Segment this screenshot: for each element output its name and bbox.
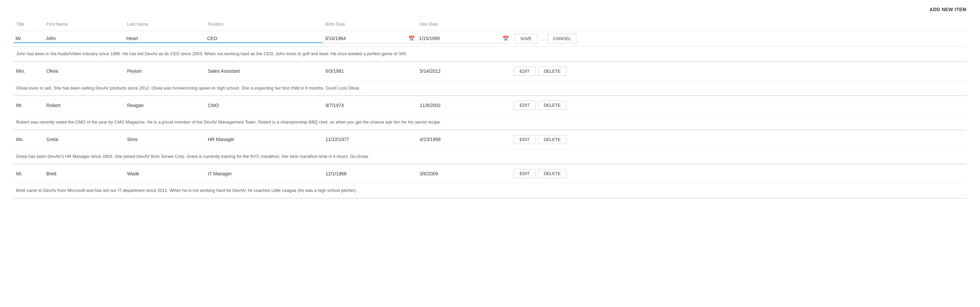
cancel-button[interactable]: CANCEL <box>547 34 577 43</box>
notes-row: Greta has been DevAV's HR Manager since … <box>13 149 967 164</box>
header-hire-date: Hire Date <box>417 20 511 28</box>
record-block: Mrs.OliviaPeytonSales Assistant6/3/19815… <box>13 62 967 96</box>
edit-position-cell[interactable] <box>205 34 323 43</box>
birth-date-cell: 11/22/1977 <box>323 135 417 143</box>
hire-date-cell: 11/8/2002 <box>417 101 511 109</box>
action-separator: … <box>540 36 545 42</box>
records-container: Mrs.OliviaPeytonSales Assistant6/3/19815… <box>13 62 967 198</box>
hire-date-cell: 3/6/2009 <box>417 169 511 178</box>
last-name-cell: Reagan <box>124 101 205 109</box>
notes-row: Olivia loves to sell. She has been selli… <box>13 81 967 96</box>
edit-hire-date-cell[interactable]: 📅 <box>417 34 511 43</box>
add-new-item-button[interactable]: ADD NEW ITEM <box>929 7 967 12</box>
employee-table: Title First Name Last Name Position Birt… <box>13 18 967 198</box>
row-actions: EDITDELETE <box>511 65 967 77</box>
position-cell: IT Manager <box>205 169 323 178</box>
position-cell: Sales Assistant <box>205 67 323 75</box>
row-actions: EDITDELETE <box>511 134 967 146</box>
notes-row: Brett came to DevAv from Microsoft and h… <box>13 183 967 198</box>
edit-button[interactable]: EDIT <box>514 135 535 144</box>
header-birth-date: Birth Date <box>323 20 417 28</box>
title-input[interactable] <box>13 34 44 43</box>
hire-date-cell: 5/14/2012 <box>417 67 511 75</box>
edit-last-name-cell[interactable] <box>124 34 205 43</box>
title-cell: Mrs. <box>13 67 44 75</box>
table-header-row: Title First Name Last Name Position Birt… <box>13 18 967 31</box>
position-cell: CMO <box>205 101 323 109</box>
last-name-cell: Sims <box>124 135 205 143</box>
record-block: Mr.BrettWadeIT Manager12/1/19683/6/2009E… <box>13 164 967 198</box>
edit-row: 📅 📅 SAVE … CANCEL <box>13 31 967 46</box>
delete-button[interactable]: DELETE <box>538 169 567 178</box>
header-last-name: Last Name <box>124 20 205 28</box>
header-position: Position <box>205 20 323 28</box>
first-name-cell: Robert <box>44 101 124 109</box>
header-first-name: First Name <box>44 20 124 28</box>
delete-button[interactable]: DELETE <box>538 101 567 110</box>
last-name-cell: Peyton <box>124 67 205 75</box>
birth-date-cell: 9/7/1974 <box>323 101 417 109</box>
edit-notes-row: John has been in the Audio/Video industr… <box>13 46 967 62</box>
last-name-input[interactable] <box>124 34 205 43</box>
row-actions: EDITDELETE <box>511 99 967 111</box>
record-block: Ms.GretaSimsHR Manager11/22/19774/23/199… <box>13 130 967 165</box>
record-block: Mr.RobertReaganCMO9/7/197411/8/2002EDITD… <box>13 96 967 130</box>
birth-date-calendar-icon[interactable]: 📅 <box>408 35 415 42</box>
first-name-cell: Olivia <box>44 67 124 75</box>
edit-record-block: 📅 📅 SAVE … CANCEL John has been in the A… <box>13 31 967 62</box>
notes-row: Robert was recently voted the CMO of the… <box>13 115 967 130</box>
delete-button[interactable]: DELETE <box>538 135 567 144</box>
delete-button[interactable]: DELETE <box>538 67 567 76</box>
title-cell: Mr. <box>13 169 44 178</box>
header-actions <box>511 20 967 28</box>
edit-birth-date-cell[interactable]: 📅 <box>323 34 417 43</box>
hire-date-input[interactable] <box>419 36 503 41</box>
table-row: Ms.GretaSimsHR Manager11/22/19774/23/199… <box>13 130 967 149</box>
edit-notes-text: John has been in the Audio/Video industr… <box>16 51 407 56</box>
birth-date-cell: 6/3/1981 <box>323 67 417 75</box>
table-row: Mrs.OliviaPeytonSales Assistant6/3/19815… <box>13 62 967 81</box>
edit-row-actions: SAVE … CANCEL <box>511 34 967 43</box>
edit-first-name-cell[interactable] <box>44 34 124 43</box>
row-actions: EDITDELETE <box>511 168 967 179</box>
birth-date-input[interactable] <box>325 36 408 41</box>
edit-button[interactable]: EDIT <box>514 67 535 76</box>
edit-button[interactable]: EDIT <box>514 101 535 110</box>
last-name-cell: Wade <box>124 169 205 178</box>
table-row: Mr.BrettWadeIT Manager12/1/19683/6/2009E… <box>13 164 967 183</box>
title-cell: Ms. <box>13 135 44 143</box>
header-title: Title <box>13 20 44 28</box>
edit-button[interactable]: EDIT <box>514 169 535 178</box>
edit-title-cell[interactable] <box>13 34 44 43</box>
position-input[interactable] <box>205 34 323 43</box>
save-button[interactable]: SAVE <box>515 34 538 43</box>
first-name-input[interactable] <box>44 34 124 43</box>
position-cell: HR Manager <box>205 135 323 143</box>
title-cell: Mr. <box>13 101 44 109</box>
hire-date-calendar-icon[interactable]: 📅 <box>503 35 509 42</box>
hire-date-cell: 4/23/1998 <box>417 135 511 143</box>
first-name-cell: Brett <box>44 169 124 178</box>
birth-date-cell: 12/1/1968 <box>323 169 417 178</box>
table-row: Mr.RobertReaganCMO9/7/197411/8/2002EDITD… <box>13 96 967 115</box>
first-name-cell: Greta <box>44 135 124 143</box>
